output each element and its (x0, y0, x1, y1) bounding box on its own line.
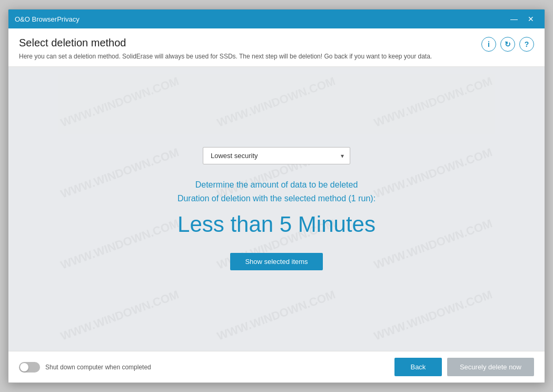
refresh-icon-button[interactable]: ↻ (500, 37, 515, 52)
deletion-method-dropdown[interactable]: Lowest security Medium security Highest … (203, 147, 350, 164)
info-icon-button[interactable]: i (481, 37, 496, 52)
titlebar: O&O BrowserPrivacy — ✕ (8, 9, 545, 28)
duration-value: Less than 5 Minutes (177, 212, 376, 237)
securely-delete-button[interactable]: Securely delete now (447, 358, 534, 376)
help-icon-button[interactable]: ? (519, 37, 534, 52)
footer: Shut down computer when completed Back S… (8, 351, 545, 383)
back-button[interactable]: Back (394, 358, 442, 376)
footer-left: Shut down computer when completed (19, 362, 151, 373)
page-title: Select deletion method (19, 37, 432, 49)
page-description: Here you can set a deletion method. Soli… (19, 52, 432, 61)
info-section: Determine the amount of data to be delet… (177, 180, 376, 237)
window-controls: — ✕ (507, 13, 538, 25)
header-icons: i ↻ ? (481, 37, 534, 52)
determine-text: Determine the amount of data to be delet… (195, 180, 358, 190)
shutdown-label: Shut down computer when completed (45, 364, 151, 371)
window-title: O&O BrowserPrivacy (15, 15, 80, 23)
main-window: O&O BrowserPrivacy — ✕ Select deletion m… (8, 9, 545, 383)
duration-label: Duration of deletion with the selected m… (177, 194, 376, 203)
toggle-knob (20, 363, 28, 371)
footer-right: Back Securely delete now (394, 358, 534, 376)
page-header: Select deletion method Here you can set … (8, 28, 545, 67)
content-inner: Lowest security Medium security Highest … (29, 147, 524, 270)
show-selected-items-button[interactable]: Show selected items (230, 253, 322, 270)
deletion-method-dropdown-wrapper: Lowest security Medium security Highest … (203, 147, 350, 164)
minimize-button[interactable]: — (507, 13, 521, 25)
main-content: WWW.WINDOWN.COM WWW.WINDOWN.COM WWW.WIND… (8, 67, 545, 351)
close-button[interactable]: ✕ (524, 13, 538, 25)
shutdown-toggle[interactable] (19, 362, 40, 373)
